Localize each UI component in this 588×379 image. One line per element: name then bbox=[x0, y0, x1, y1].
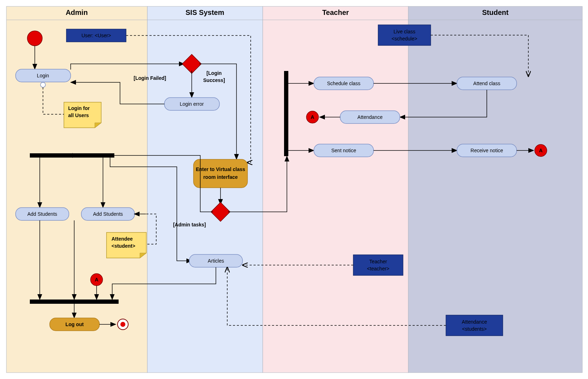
activity-sent-notice: Sent notice bbox=[314, 144, 374, 157]
object-user-label: User: <User> bbox=[81, 33, 111, 38]
lane-admin-bg bbox=[6, 6, 147, 373]
activity-login-error: Login error bbox=[164, 98, 219, 110]
object-attendance-students-l1: Attendance bbox=[462, 319, 487, 325]
lane-sis-title: SIS System bbox=[186, 9, 224, 16]
lane-sis-bg bbox=[147, 6, 263, 373]
activity-receive-notice-label: Receive notice bbox=[470, 148, 503, 153]
activity-login-error-label: Login error bbox=[180, 101, 204, 107]
activity-enter-virtual-classroom: Enter to Virtual class room interface bbox=[194, 159, 247, 188]
connector-a-teacher-label: A bbox=[311, 114, 314, 120]
activity-attend-class-label: Attend class bbox=[473, 81, 500, 86]
guard-admin-tasks: [Admin tasks] bbox=[173, 222, 206, 227]
activity-add-students-2-label: Add Students bbox=[93, 211, 123, 217]
connector-a-student-label: A bbox=[539, 148, 543, 153]
guard-login-success-l2: Success] bbox=[203, 77, 225, 83]
svg-rect-4 bbox=[194, 159, 247, 188]
activity-schedule-class: Schedule class bbox=[314, 77, 374, 90]
guard-login-failed: [Login Failed] bbox=[134, 75, 166, 81]
lane-student-title: Student bbox=[482, 9, 509, 16]
object-attendance-students-l2: <students> bbox=[462, 326, 486, 332]
activity-attend-class: Attend class bbox=[457, 77, 517, 90]
svg-rect-14 bbox=[378, 25, 431, 45]
object-teacher: Teacher <teacher> bbox=[353, 255, 403, 275]
connector-a-in-label: A bbox=[95, 277, 98, 282]
svg-rect-9 bbox=[353, 255, 403, 275]
activity-articles: Articles bbox=[189, 254, 243, 267]
activity-attendance: Attendance bbox=[340, 111, 400, 123]
activity-articles-label: Articles bbox=[208, 258, 224, 264]
guard-login-success-l1: [Login bbox=[207, 70, 222, 76]
activity-diagram: Admin SIS System Teacher Student Login L… bbox=[0, 0, 588, 379]
lane-teacher-bg bbox=[263, 6, 408, 373]
object-teacher-l1: Teacher bbox=[369, 259, 387, 264]
object-user: User: <User> bbox=[66, 29, 126, 42]
object-attendance-students: Attendance <students> bbox=[446, 315, 503, 336]
activity-log-out: Log out bbox=[50, 318, 99, 331]
note-login-line1: Login for bbox=[68, 105, 90, 111]
activity-add-students-1-label: Add Students bbox=[27, 211, 57, 217]
object-live-class-l2: <schedule> bbox=[392, 36, 417, 42]
object-live-class-l1: Live class bbox=[393, 29, 415, 34]
final-node bbox=[118, 319, 128, 330]
object-teacher-l2: <teacher> bbox=[367, 266, 389, 271]
activity-enter-vc-l2: room interface bbox=[203, 174, 238, 180]
activity-receive-notice: Receive notice bbox=[457, 144, 517, 157]
object-live-class: Live class <schedule> bbox=[378, 25, 431, 45]
lane-teacher-title: Teacher bbox=[322, 9, 349, 16]
svg-point-13 bbox=[120, 322, 125, 327]
login-pin bbox=[40, 82, 45, 87]
activity-schedule-class-label: Schedule class bbox=[327, 81, 360, 86]
initial-node bbox=[27, 31, 42, 46]
note-login-line2: all Users bbox=[68, 112, 89, 118]
activity-add-students-2: Add Students bbox=[81, 208, 135, 220]
activity-login-label: Login bbox=[37, 73, 49, 78]
join-admin bbox=[30, 300, 119, 304]
activity-log-out-label: Log out bbox=[65, 322, 84, 327]
activity-attendance-label: Attendance bbox=[358, 114, 383, 120]
note-attendee-l2: <student> bbox=[111, 243, 135, 249]
note-attendee-l1: Attendee bbox=[111, 236, 133, 242]
svg-rect-10 bbox=[446, 315, 503, 336]
fork-admin bbox=[30, 153, 114, 158]
activity-sent-notice-label: Sent notice bbox=[331, 148, 356, 153]
fork-teacher-student bbox=[284, 71, 288, 156]
note-attendee: Attendee <student> bbox=[107, 232, 146, 258]
note-login-all-users: Login for all Users bbox=[64, 102, 101, 128]
activity-add-students-1: Add Students bbox=[16, 208, 69, 220]
activity-enter-vc-l1: Enter to Virtual class bbox=[196, 166, 245, 172]
lane-admin-title: Admin bbox=[66, 9, 88, 16]
